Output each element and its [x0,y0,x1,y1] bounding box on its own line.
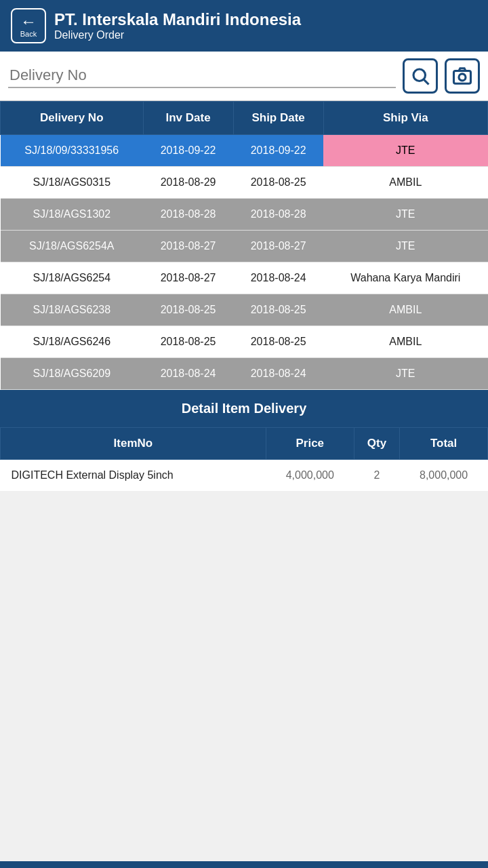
ship-date-cell: 2018-08-25 [233,326,323,358]
table-row[interactable]: SJ/18/AGS62092018-08-242018-08-24JTE [1,358,488,390]
delivery-no-cell: SJ/18/AGS0315 [1,167,144,199]
delivery-no-cell: SJ/18/AGS6254 [1,262,144,294]
camera-icon [452,66,472,86]
delivery-no-cell: SJ/18/AGS6209 [1,358,144,390]
detail-header-row: ItemNo Price Qty Total [1,428,488,460]
ship-date-cell: 2018-08-25 [233,167,323,199]
page-subtitle: Delivery Order [54,29,301,41]
delivery-table: Delivery No Inv Date Ship Date Ship Via … [0,101,488,390]
price-cell: 4,000,000 [266,460,354,492]
search-icon [410,66,430,86]
col-item-no: ItemNo [1,428,266,460]
delivery-no-cell: SJ/18/AGS6254A [1,231,144,262]
table-row[interactable]: SJ/18/AGS62542018-08-272018-08-24Wahana … [1,262,488,294]
table-row[interactable]: SJ/18/AGS62462018-08-252018-08-25AMBIL [1,326,488,358]
delivery-table-container: Delivery No Inv Date Ship Date Ship Via … [0,101,488,390]
search-button[interactable] [403,58,438,94]
company-name: PT. Interskala Mandiri Indonesia [54,10,301,29]
table-row[interactable]: SJ/18/AGS62382018-08-252018-08-25AMBIL [1,294,488,326]
qty-cell: 2 [354,460,400,492]
inv-date-cell: 2018-08-27 [143,262,233,294]
delivery-no-cell: SJ/18/AGS6238 [1,294,144,326]
ship-date-cell: 2018-08-24 [233,262,323,294]
bottom-bar [0,861,488,868]
back-button[interactable]: ← Back [11,8,46,43]
ship-date-cell: 2018-08-24 [233,358,323,390]
ship-date-cell: 2018-09-22 [233,135,323,167]
search-bar [0,52,488,101]
item-no-cell: DIGITECH External Display 5inch [1,460,266,492]
col-price: Price [266,428,354,460]
ship-via-cell: Wahana Karya Mandiri [323,262,487,294]
ship-via-cell: JTE [323,231,487,262]
inv-date-cell: 2018-08-25 [143,326,233,358]
inv-date-cell: 2018-08-27 [143,231,233,262]
detail-header: Detail Item Delivery [0,390,488,427]
inv-date-cell: 2018-09-22 [143,135,233,167]
table-row[interactable]: SJ/18/09/333319562018-09-222018-09-22JTE [1,135,488,167]
app-header: ← Back PT. Interskala Mandiri Indonesia … [0,0,488,52]
inv-date-cell: 2018-08-25 [143,294,233,326]
inv-date-cell: 2018-08-29 [143,167,233,199]
total-cell: 8,000,000 [400,460,488,492]
ship-date-cell: 2018-08-27 [233,231,323,262]
back-arrow-icon: ← [20,14,37,30]
table-row[interactable]: SJ/18/AGS6254A2018-08-272018-08-27JTE [1,231,488,262]
col-total: Total [400,428,488,460]
svg-point-3 [459,74,466,81]
ship-date-cell: 2018-08-25 [233,294,323,326]
svg-point-0 [413,69,426,81]
table-header-row: Delivery No Inv Date Ship Date Ship Via [1,102,488,135]
table-row[interactable]: SJ/18/AGS03152018-08-292018-08-25AMBIL [1,167,488,199]
delivery-no-cell: SJ/18/09/33331956 [1,135,144,167]
col-ship-via: Ship Via [323,102,487,135]
detail-table-container: ItemNo Price Qty Total DIGITECH External… [0,427,488,491]
ship-date-cell: 2018-08-28 [233,199,323,231]
search-input[interactable] [8,64,396,88]
delivery-no-cell: SJ/18/AGS1302 [1,199,144,231]
col-inv-date: Inv Date [143,102,233,135]
delivery-no-cell: SJ/18/AGS6246 [1,326,144,358]
inv-date-cell: 2018-08-28 [143,199,233,231]
ship-via-cell: JTE [323,135,487,167]
svg-line-1 [424,80,429,85]
ship-via-cell: AMBIL [323,326,487,358]
header-text: PT. Interskala Mandiri Indonesia Deliver… [54,10,301,41]
col-qty: Qty [354,428,400,460]
camera-button[interactable] [445,58,480,94]
col-delivery-no: Delivery No [1,102,144,135]
inv-date-cell: 2018-08-24 [143,358,233,390]
table-row[interactable]: SJ/18/AGS13022018-08-282018-08-28JTE [1,199,488,231]
ship-via-cell: JTE [323,199,487,231]
col-ship-date: Ship Date [233,102,323,135]
ship-via-cell: AMBIL [323,167,487,199]
ship-via-cell: JTE [323,358,487,390]
detail-row[interactable]: DIGITECH External Display 5inch4,000,000… [1,460,488,492]
detail-table: ItemNo Price Qty Total DIGITECH External… [0,427,488,491]
ship-via-cell: AMBIL [323,294,487,326]
